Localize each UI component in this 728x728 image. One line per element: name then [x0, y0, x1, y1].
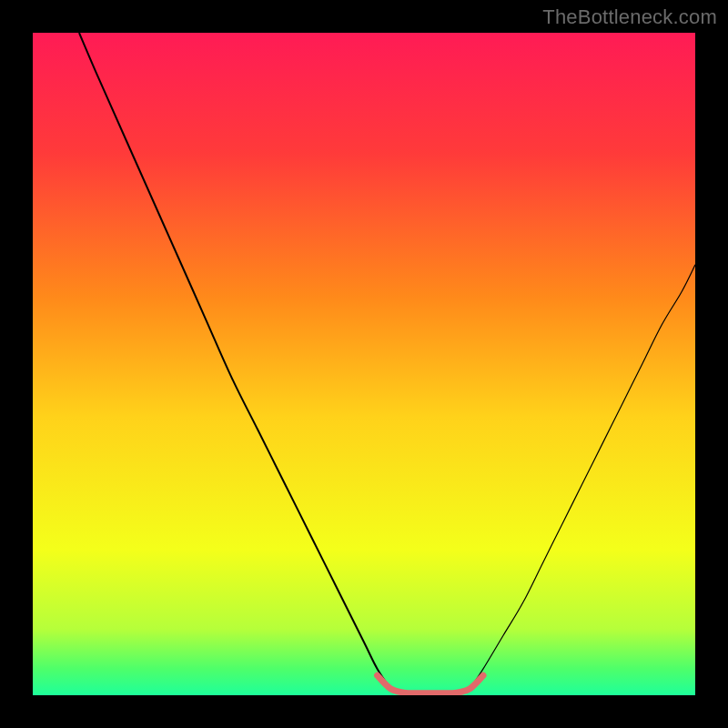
series-optimal-band [378, 675, 483, 693]
curve-layer [33, 33, 695, 695]
series-bottleneck-curve-right [470, 265, 695, 689]
watermark-text: TheBottleneck.com [542, 5, 717, 29]
chart-frame: TheBottleneck.com [0, 0, 728, 728]
series-bottleneck-curve-left [79, 33, 390, 689]
plot-area [33, 33, 695, 695]
